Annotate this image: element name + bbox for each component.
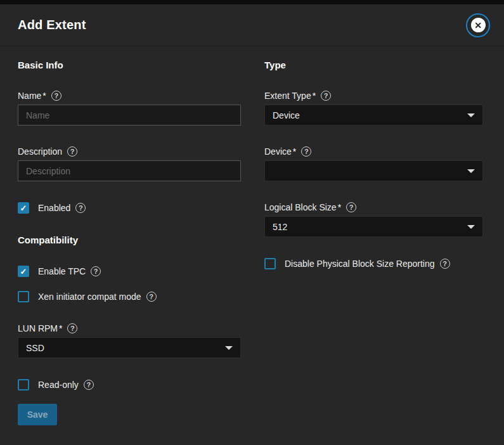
close-button[interactable]: ✕: [466, 13, 490, 37]
right-column: Type Extent Type* ? Device Device* ?: [264, 60, 483, 425]
help-icon[interactable]: ?: [301, 146, 311, 157]
chevron-down-icon: [467, 169, 475, 173]
enable-tpc-label-text: Enable TPC: [38, 266, 86, 276]
section-title-type: Type: [264, 60, 483, 70]
field-label-extent-type: Extent Type* ?: [264, 91, 483, 101]
help-icon[interactable]: ?: [440, 259, 450, 269]
extent-type-select[interactable]: Device: [264, 105, 483, 126]
field-description: Description ?: [18, 146, 241, 181]
checkmark-icon: ✓: [20, 268, 27, 276]
top-edge-strip: [0, 0, 504, 4]
disable-physical-block-size-checkbox[interactable]: [264, 258, 276, 269]
read-only-label-text: Read-only: [38, 380, 79, 390]
chevron-down-icon: [467, 225, 475, 229]
field-label-device: Device* ?: [264, 146, 483, 157]
xen-initiator-checkbox[interactable]: [18, 291, 29, 302]
enabled-label: Enabled ?: [38, 203, 86, 213]
section-title-basic-info: Basic Info: [18, 60, 241, 70]
logical-block-size-selected-value: 512: [273, 222, 287, 232]
enabled-checkbox[interactable]: ✓: [18, 202, 29, 214]
lun-rpm-select[interactable]: SSD: [18, 337, 241, 358]
help-icon[interactable]: ?: [67, 146, 77, 157]
help-icon[interactable]: ?: [67, 323, 77, 333]
logical-block-size-select[interactable]: 512: [264, 216, 483, 237]
help-icon[interactable]: ?: [84, 380, 94, 390]
read-only-checkbox-row: Read-only ?: [18, 379, 241, 390]
lun-rpm-selected-value: SSD: [26, 343, 44, 353]
help-icon[interactable]: ?: [91, 266, 101, 276]
field-extent-type: Extent Type* ? Device: [264, 91, 483, 126]
field-logical-block-size: Logical Block Size* ? 512: [264, 202, 483, 237]
read-only-checkbox[interactable]: [18, 379, 29, 390]
field-label-lun-rpm: LUN RPM* ?: [18, 323, 241, 333]
disable-pbs-label-text: Disable Physical Block Size Reporting: [285, 259, 435, 269]
field-name: Name* ?: [18, 91, 241, 126]
device-select[interactable]: [264, 160, 483, 181]
dialog-body: Basic Info Name* ? Description ? ✓ Enabl…: [0, 46, 504, 425]
name-input[interactable]: [18, 105, 241, 126]
disable-pbs-checkbox-row: Disable Physical Block Size Reporting ?: [264, 258, 483, 269]
extent-type-selected-value: Device: [273, 110, 300, 120]
enabled-checkbox-row: ✓ Enabled ?: [18, 202, 241, 214]
logical-block-size-label-text: Logical Block Size: [264, 202, 337, 212]
help-icon[interactable]: ?: [146, 292, 157, 302]
xen-initiator-label: Xen initiator compat mode ?: [38, 292, 157, 302]
xen-initiator-label-text: Xen initiator compat mode: [38, 292, 141, 302]
help-icon[interactable]: ?: [75, 203, 86, 213]
left-column: Basic Info Name* ? Description ? ✓ Enabl…: [18, 60, 241, 425]
required-marker: *: [338, 202, 341, 212]
required-marker: *: [59, 323, 62, 333]
field-label-name: Name* ?: [18, 91, 241, 101]
field-device: Device* ?: [264, 146, 483, 181]
close-icon: ✕: [471, 18, 486, 32]
extent-type-label-text: Extent Type: [264, 91, 311, 101]
help-icon[interactable]: ?: [51, 91, 61, 101]
enable-tpc-checkbox[interactable]: ✓: [18, 266, 29, 277]
chevron-down-icon: [467, 113, 475, 117]
description-input[interactable]: [18, 160, 241, 181]
xen-initiator-checkbox-row: Xen initiator compat mode ?: [18, 291, 241, 302]
field-label-description: Description ?: [18, 146, 241, 157]
enabled-label-text: Enabled: [38, 203, 70, 213]
field-label-logical-block-size: Logical Block Size* ?: [264, 202, 483, 212]
section-title-compatibility: Compatibility: [18, 235, 241, 245]
field-lun-rpm: LUN RPM* ? SSD: [18, 323, 241, 358]
enable-tpc-label: Enable TPC ?: [38, 266, 101, 276]
required-marker: *: [313, 91, 316, 101]
enable-tpc-checkbox-row: ✓ Enable TPC ?: [18, 266, 241, 277]
lun-rpm-label-text: LUN RPM: [18, 323, 58, 333]
required-marker: *: [42, 91, 46, 101]
device-label-text: Device: [264, 146, 292, 157]
help-icon[interactable]: ?: [346, 202, 356, 212]
save-button[interactable]: Save: [18, 404, 57, 425]
description-label-text: Description: [18, 146, 62, 157]
chevron-down-icon: [225, 346, 233, 350]
dialog-header: Add Extent ✕: [0, 4, 504, 46]
disable-physical-block-size-label: Disable Physical Block Size Reporting ?: [285, 259, 450, 269]
required-marker: *: [293, 146, 296, 157]
name-label-text: Name: [18, 91, 41, 101]
page-title: Add Extent: [18, 18, 86, 32]
read-only-label: Read-only ?: [38, 380, 94, 390]
help-icon[interactable]: ?: [321, 91, 331, 101]
checkmark-icon: ✓: [20, 204, 27, 212]
